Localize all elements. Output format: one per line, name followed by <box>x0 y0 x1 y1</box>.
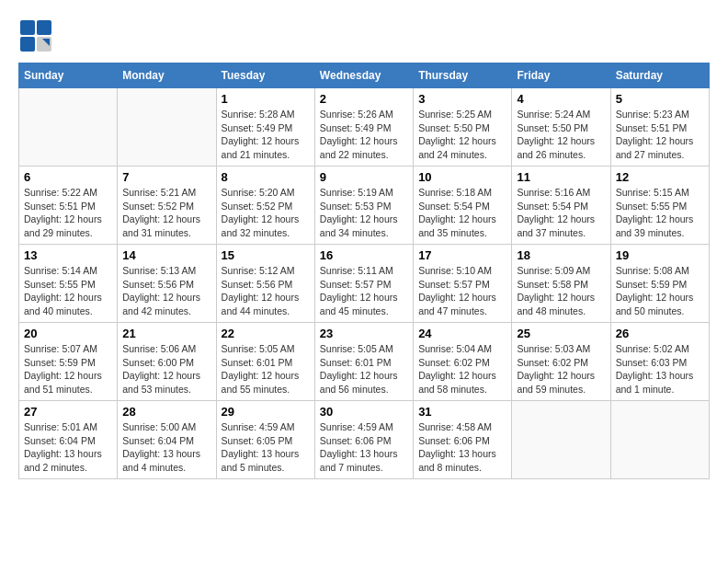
day-info: Sunrise: 5:08 AM Sunset: 5:59 PM Dayligh… <box>616 264 704 318</box>
day-number: 28 <box>122 405 210 419</box>
day-info: Sunrise: 5:15 AM Sunset: 5:55 PM Dayligh… <box>616 186 704 240</box>
day-info: Sunrise: 5:18 AM Sunset: 5:54 PM Dayligh… <box>418 186 506 240</box>
calendar-cell: 28Sunrise: 5:00 AM Sunset: 6:04 PM Dayli… <box>118 401 216 479</box>
day-info: Sunrise: 5:14 AM Sunset: 5:55 PM Dayligh… <box>24 264 112 318</box>
weekday-header: Wednesday <box>314 63 413 88</box>
logo <box>18 18 55 53</box>
day-number: 31 <box>418 405 506 419</box>
calendar-cell: 16Sunrise: 5:11 AM Sunset: 5:57 PM Dayli… <box>314 245 413 323</box>
day-info: Sunrise: 5:06 AM Sunset: 6:00 PM Dayligh… <box>122 342 210 396</box>
day-number: 10 <box>418 170 506 184</box>
page-header <box>18 18 710 53</box>
calendar-cell <box>118 88 216 167</box>
calendar-cell: 27Sunrise: 5:01 AM Sunset: 6:04 PM Dayli… <box>19 401 118 479</box>
calendar-cell: 21Sunrise: 5:06 AM Sunset: 6:00 PM Dayli… <box>118 323 216 401</box>
day-number: 17 <box>418 248 506 262</box>
day-number: 7 <box>122 170 210 184</box>
calendar-cell: 6Sunrise: 5:22 AM Sunset: 5:51 PM Daylig… <box>19 167 118 245</box>
day-info: Sunrise: 5:23 AM Sunset: 5:51 PM Dayligh… <box>616 108 704 162</box>
weekday-header: Monday <box>118 63 216 88</box>
calendar-cell: 20Sunrise: 5:07 AM Sunset: 5:59 PM Dayli… <box>19 323 118 401</box>
calendar-cell: 14Sunrise: 5:13 AM Sunset: 5:56 PM Dayli… <box>118 245 216 323</box>
day-info: Sunrise: 5:04 AM Sunset: 6:02 PM Dayligh… <box>418 342 506 396</box>
day-info: Sunrise: 5:24 AM Sunset: 5:50 PM Dayligh… <box>517 108 605 162</box>
day-number: 30 <box>320 405 408 419</box>
day-number: 5 <box>616 92 704 106</box>
calendar-week-row: 27Sunrise: 5:01 AM Sunset: 6:04 PM Dayli… <box>19 401 710 479</box>
day-number: 16 <box>320 248 408 262</box>
calendar-week-row: 1Sunrise: 5:28 AM Sunset: 5:49 PM Daylig… <box>19 88 710 167</box>
day-number: 27 <box>24 405 112 419</box>
calendar-week-row: 6Sunrise: 5:22 AM Sunset: 5:51 PM Daylig… <box>19 167 710 245</box>
calendar-cell: 10Sunrise: 5:18 AM Sunset: 5:54 PM Dayli… <box>414 167 512 245</box>
day-info: Sunrise: 5:02 AM Sunset: 6:03 PM Dayligh… <box>616 342 704 396</box>
svg-rect-1 <box>37 20 51 35</box>
weekday-header: Friday <box>512 63 610 88</box>
calendar-cell: 25Sunrise: 5:03 AM Sunset: 6:02 PM Dayli… <box>512 323 610 401</box>
calendar-cell: 26Sunrise: 5:02 AM Sunset: 6:03 PM Dayli… <box>610 323 709 401</box>
calendar-cell <box>19 88 118 167</box>
calendar-cell: 30Sunrise: 4:59 AM Sunset: 6:06 PM Dayli… <box>314 401 413 479</box>
calendar-cell: 2Sunrise: 5:26 AM Sunset: 5:49 PM Daylig… <box>314 88 413 167</box>
weekday-header: Thursday <box>414 63 512 88</box>
calendar-cell: 4Sunrise: 5:24 AM Sunset: 5:50 PM Daylig… <box>512 88 610 167</box>
day-info: Sunrise: 5:09 AM Sunset: 5:58 PM Dayligh… <box>517 264 605 318</box>
day-number: 6 <box>24 170 112 184</box>
day-info: Sunrise: 5:20 AM Sunset: 5:52 PM Dayligh… <box>222 186 310 240</box>
day-info: Sunrise: 5:05 AM Sunset: 6:01 PM Dayligh… <box>222 342 310 396</box>
day-info: Sunrise: 5:00 AM Sunset: 6:04 PM Dayligh… <box>122 420 210 475</box>
calendar-table: SundayMondayTuesdayWednesdayThursdayFrid… <box>18 63 710 479</box>
day-info: Sunrise: 5:07 AM Sunset: 5:59 PM Dayligh… <box>24 342 112 396</box>
day-info: Sunrise: 5:16 AM Sunset: 5:54 PM Dayligh… <box>517 186 605 240</box>
calendar-cell: 17Sunrise: 5:10 AM Sunset: 5:57 PM Dayli… <box>414 245 512 323</box>
day-number: 13 <box>24 248 112 262</box>
day-info: Sunrise: 4:58 AM Sunset: 6:06 PM Dayligh… <box>418 420 506 475</box>
calendar-cell: 24Sunrise: 5:04 AM Sunset: 6:02 PM Dayli… <box>414 323 512 401</box>
day-number: 22 <box>222 327 310 340</box>
day-number: 15 <box>222 248 310 262</box>
day-info: Sunrise: 5:12 AM Sunset: 5:56 PM Dayligh… <box>222 264 310 318</box>
day-number: 1 <box>222 92 310 106</box>
logo-icon <box>18 18 53 53</box>
calendar-cell: 9Sunrise: 5:19 AM Sunset: 5:53 PM Daylig… <box>314 167 413 245</box>
day-number: 3 <box>418 92 506 106</box>
calendar-cell <box>512 401 610 479</box>
day-info: Sunrise: 5:22 AM Sunset: 5:51 PM Dayligh… <box>24 186 112 240</box>
day-number: 24 <box>418 327 506 340</box>
calendar-week-row: 13Sunrise: 5:14 AM Sunset: 5:55 PM Dayli… <box>19 245 710 323</box>
calendar-cell: 8Sunrise: 5:20 AM Sunset: 5:52 PM Daylig… <box>216 167 314 245</box>
calendar-cell: 13Sunrise: 5:14 AM Sunset: 5:55 PM Dayli… <box>19 245 118 323</box>
calendar-cell: 5Sunrise: 5:23 AM Sunset: 5:51 PM Daylig… <box>610 88 709 167</box>
day-info: Sunrise: 4:59 AM Sunset: 6:06 PM Dayligh… <box>320 420 408 475</box>
day-info: Sunrise: 5:21 AM Sunset: 5:52 PM Dayligh… <box>122 186 210 240</box>
day-number: 21 <box>122 327 210 340</box>
day-number: 11 <box>517 170 605 184</box>
weekday-header: Sunday <box>19 63 118 88</box>
day-info: Sunrise: 5:05 AM Sunset: 6:01 PM Dayligh… <box>320 342 408 396</box>
day-info: Sunrise: 5:11 AM Sunset: 5:57 PM Dayligh… <box>320 264 408 318</box>
day-number: 2 <box>320 92 408 106</box>
calendar-week-row: 20Sunrise: 5:07 AM Sunset: 5:59 PM Dayli… <box>19 323 710 401</box>
calendar-cell: 12Sunrise: 5:15 AM Sunset: 5:55 PM Dayli… <box>610 167 709 245</box>
calendar-cell <box>610 401 709 479</box>
svg-rect-2 <box>20 37 35 52</box>
calendar-cell: 1Sunrise: 5:28 AM Sunset: 5:49 PM Daylig… <box>216 88 314 167</box>
day-number: 23 <box>320 327 408 340</box>
day-info: Sunrise: 5:19 AM Sunset: 5:53 PM Dayligh… <box>320 186 408 240</box>
weekday-header: Tuesday <box>216 63 314 88</box>
calendar-cell: 7Sunrise: 5:21 AM Sunset: 5:52 PM Daylig… <box>118 167 216 245</box>
day-number: 4 <box>517 92 605 106</box>
day-number: 29 <box>222 405 310 419</box>
calendar-cell: 23Sunrise: 5:05 AM Sunset: 6:01 PM Dayli… <box>314 323 413 401</box>
calendar-cell: 18Sunrise: 5:09 AM Sunset: 5:58 PM Dayli… <box>512 245 610 323</box>
calendar-cell: 19Sunrise: 5:08 AM Sunset: 5:59 PM Dayli… <box>610 245 709 323</box>
calendar-cell: 31Sunrise: 4:58 AM Sunset: 6:06 PM Dayli… <box>414 401 512 479</box>
day-info: Sunrise: 5:10 AM Sunset: 5:57 PM Dayligh… <box>418 264 506 318</box>
weekday-header: Saturday <box>610 63 709 88</box>
day-number: 8 <box>222 170 310 184</box>
day-number: 18 <box>517 248 605 262</box>
calendar-cell: 3Sunrise: 5:25 AM Sunset: 5:50 PM Daylig… <box>414 88 512 167</box>
calendar-cell: 22Sunrise: 5:05 AM Sunset: 6:01 PM Dayli… <box>216 323 314 401</box>
day-number: 12 <box>616 170 704 184</box>
calendar-cell: 11Sunrise: 5:16 AM Sunset: 5:54 PM Dayli… <box>512 167 610 245</box>
